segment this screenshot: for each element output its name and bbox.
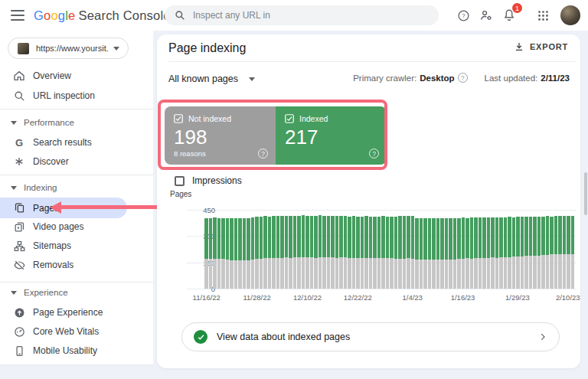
chart-bar[interactable]: [457, 210, 461, 289]
chart-bar[interactable]: [415, 210, 419, 289]
chart-bar[interactable]: [230, 210, 234, 289]
chart-bar[interactable]: [243, 210, 247, 289]
chart-bar[interactable]: [521, 210, 524, 289]
section-indexing[interactable]: Indexing: [11, 181, 57, 194]
sidebar-item-removals[interactable]: Removals: [0, 255, 153, 275]
chart-bar[interactable]: [440, 210, 444, 289]
chart-bar[interactable]: [537, 210, 541, 289]
chart-bar[interactable]: [428, 210, 432, 289]
chart-bar[interactable]: [466, 210, 469, 289]
chart-bar[interactable]: [247, 210, 250, 289]
chart-bar[interactable]: [339, 210, 343, 289]
chart-bar[interactable]: [364, 210, 368, 289]
chart-bar[interactable]: [394, 210, 398, 289]
chart-bar[interactable]: [348, 210, 351, 289]
chart-bar[interactable]: [289, 210, 292, 289]
chart-bar[interactable]: [302, 210, 305, 289]
chart-bar[interactable]: [516, 210, 520, 289]
view-indexed-data-button[interactable]: View data about indexed pages: [181, 322, 560, 351]
chart-bar[interactable]: [331, 210, 335, 289]
chart-bar[interactable]: [462, 210, 466, 289]
chart-bar[interactable]: [558, 210, 562, 289]
sidebar-item-core-web-vitals[interactable]: Core Web Vitals: [0, 322, 153, 341]
chart-bar[interactable]: [322, 210, 326, 289]
chart-bar[interactable]: [369, 210, 373, 289]
chart-bar[interactable]: [504, 210, 508, 289]
menu-icon[interactable]: [11, 10, 24, 21]
help-icon[interactable]: ?: [369, 149, 379, 158]
sidebar-item-search-results[interactable]: G Search results: [0, 132, 153, 152]
chart-bar[interactable]: [398, 210, 402, 289]
chart-bar[interactable]: [217, 210, 221, 289]
section-experience[interactable]: Experience: [11, 286, 68, 299]
sidebar-item-video-pages[interactable]: Video pages: [0, 217, 153, 237]
chart-bar[interactable]: [314, 210, 318, 289]
page-filter-dropdown[interactable]: All known pages: [168, 71, 255, 87]
impressions-toggle[interactable]: Impressions: [175, 175, 242, 186]
chart-bar[interactable]: [310, 210, 314, 289]
sidebar-item-url-inspection[interactable]: URL inspection: [0, 86, 153, 106]
chart-bar[interactable]: [554, 210, 558, 289]
chart-bar[interactable]: [204, 210, 208, 289]
unchecked-checkbox-icon[interactable]: [175, 176, 185, 186]
apps-grid-button[interactable]: [531, 4, 554, 27]
avatar[interactable]: [560, 5, 580, 25]
help-button[interactable]: ?: [452, 4, 475, 27]
chart-bar[interactable]: [479, 210, 482, 289]
help-icon[interactable]: ?: [258, 149, 268, 158]
chart-bar[interactable]: [272, 210, 276, 289]
chart-bar[interactable]: [411, 210, 415, 289]
chart-bar[interactable]: [420, 210, 423, 289]
chart-bar[interactable]: [436, 210, 440, 289]
app-logo[interactable]: GoogleSearch Console: [34, 8, 171, 23]
chart-bar[interactable]: [234, 210, 238, 289]
chart-bar[interactable]: [541, 210, 545, 289]
reasons-link[interactable]: 8 reasons: [174, 149, 266, 158]
chart-bar[interactable]: [209, 210, 213, 289]
url-inspect-searchbar[interactable]: [165, 5, 439, 25]
chart-bar[interactable]: [474, 210, 478, 289]
section-performance[interactable]: Performance: [11, 116, 74, 129]
chart-bar[interactable]: [276, 210, 280, 289]
chart-bar[interactable]: [344, 210, 348, 289]
chart-bar[interactable]: [407, 210, 410, 289]
chart-bar[interactable]: [432, 210, 436, 289]
chart-bar[interactable]: [285, 210, 289, 289]
chart-bar[interactable]: [491, 210, 495, 289]
chart-bar[interactable]: [386, 210, 390, 289]
sidebar-item-overview[interactable]: Overview: [0, 66, 153, 86]
chart-bar[interactable]: [260, 210, 263, 289]
not-indexed-card[interactable]: Not indexed 198 8 reasons ?: [165, 106, 276, 165]
chart-bar[interactable]: [297, 210, 301, 289]
search-input[interactable]: [193, 10, 407, 21]
chart-bar[interactable]: [318, 210, 322, 289]
sidebar-item-discover[interactable]: Discover: [0, 152, 153, 172]
chart-bar[interactable]: [423, 210, 427, 289]
chart-bar[interactable]: [482, 210, 486, 289]
chart-bar[interactable]: [449, 210, 452, 289]
chart-bar[interactable]: [327, 210, 331, 289]
chart-bar[interactable]: [390, 210, 394, 289]
chart-bar[interactable]: [221, 210, 225, 289]
sidebar-item-mobile-usability[interactable]: Mobile Usability: [0, 341, 153, 361]
chart-bar[interactable]: [356, 210, 360, 289]
chart-bar[interactable]: [567, 210, 570, 289]
chart-bar[interactable]: [226, 210, 230, 289]
sidebar-item-page-experience[interactable]: Page Experience: [0, 302, 153, 322]
chart-bar[interactable]: [293, 210, 297, 289]
indexed-card[interactable]: Indexed 217 ?: [276, 106, 387, 165]
help-icon[interactable]: ?: [458, 73, 468, 83]
chart-bar[interactable]: [361, 210, 364, 289]
chart-bar[interactable]: [263, 210, 267, 289]
export-button[interactable]: EXPORT: [514, 41, 568, 52]
chart-bar[interactable]: [403, 210, 407, 289]
chart-bar[interactable]: [487, 210, 491, 289]
chart-bar[interactable]: [335, 210, 339, 289]
chart-bar[interactable]: [377, 210, 381, 289]
chart-bar[interactable]: [529, 210, 533, 289]
manage-users-button[interactable]: [475, 4, 498, 27]
chart-bar[interactable]: [571, 210, 575, 289]
chart-bar[interactable]: [268, 210, 272, 289]
chart-bar[interactable]: [352, 210, 356, 289]
chart-bar[interactable]: [305, 210, 309, 289]
